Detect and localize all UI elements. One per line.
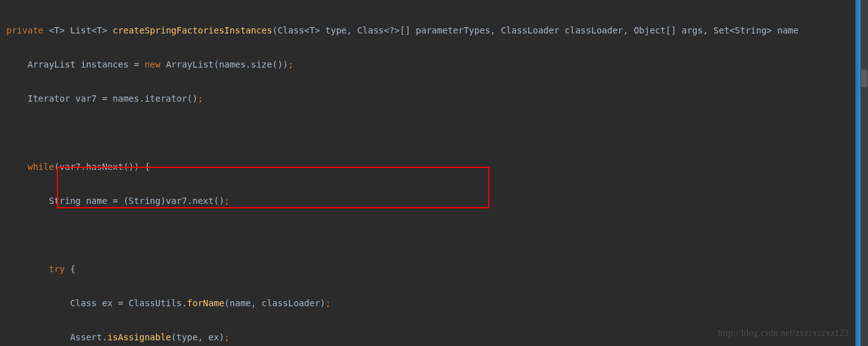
vertical-scrollbar[interactable] <box>860 0 868 346</box>
watermark-text: http://blog.csdn.net/zxzzxzzxz123 <box>718 328 849 338</box>
code-line: Class ex = ClassUtils.forName(name, clas… <box>6 295 868 312</box>
code-line: Iterator var7 = names.iterator(); <box>6 90 868 107</box>
code-line: private <T> List<T> createSpringFactorie… <box>6 22 868 39</box>
taskbar-edge <box>855 0 860 346</box>
code-line <box>6 227 868 244</box>
code-line: ArrayList instances = new ArrayList(name… <box>6 56 868 73</box>
code-line: while(var7.hasNext()) { <box>6 158 868 176</box>
code-line <box>6 124 868 141</box>
code-line: String name = (String)var7.next(); <box>6 193 868 210</box>
scrollbar-thumb[interactable] <box>861 69 867 87</box>
code-editor[interactable]: private <T> List<T> createSpringFactorie… <box>0 0 868 346</box>
code-line: try { <box>6 261 868 278</box>
